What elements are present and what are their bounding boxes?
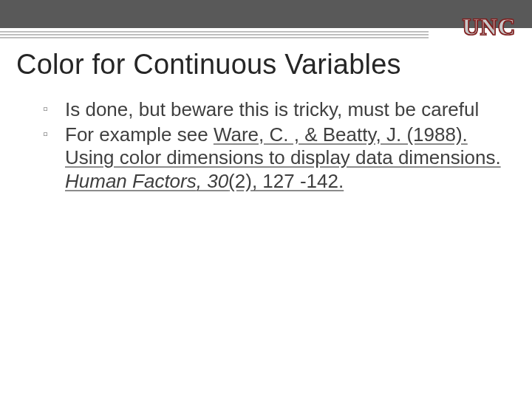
bullet-prefix: For example see xyxy=(65,123,214,146)
bullet-list: Is done, but beware this is tricky, must… xyxy=(43,98,502,194)
top-bar xyxy=(0,0,532,28)
unc-logo: UNC xyxy=(463,13,516,41)
ref-volume: , 30 xyxy=(197,170,228,192)
slide-title: Color for Continuous Variables xyxy=(16,49,532,81)
list-item: For example see Ware, C. , & Beatty, J. … xyxy=(43,123,502,194)
content-area: Is done, but beware this is tricky, must… xyxy=(0,98,532,194)
horizontal-rule-stripes xyxy=(0,31,429,40)
ref-pages: (2), 127 -142. xyxy=(228,170,344,192)
ref-journal: Human Factors xyxy=(65,170,197,192)
list-item: Is done, but beware this is tricky, must… xyxy=(43,98,502,122)
bullet-text: Is done, but beware this is tricky, must… xyxy=(65,98,479,120)
